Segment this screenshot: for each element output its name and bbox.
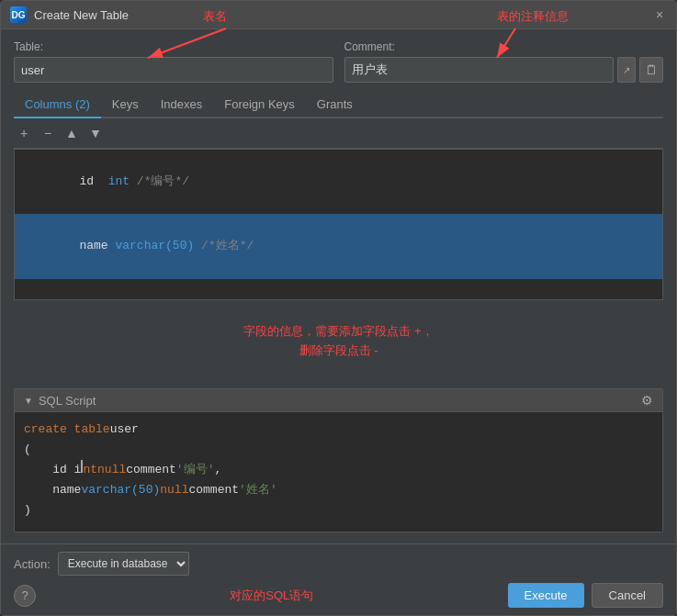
table-name-group: Table:: [14, 40, 333, 83]
footer-buttons: ? 对应的SQL语句 Execute Cancel: [14, 583, 663, 608]
execute-button[interactable]: Execute: [508, 583, 584, 608]
app-icon: DG: [10, 6, 27, 23]
sql-section: ▼ SQL Script ⚙ create table user ( id in…: [14, 388, 663, 532]
columns-table[interactable]: id int /*编号*/ name varchar(50) /*姓名*/: [14, 149, 663, 300]
move-up-button[interactable]: ▲: [62, 123, 82, 143]
dialog-titlebar: DG Create New Table ×: [1, 1, 676, 29]
sql-header-label: SQL Script: [39, 394, 96, 408]
sql-line: ): [24, 500, 653, 521]
tab-columns[interactable]: Columns (2): [14, 92, 101, 118]
comment-input[interactable]: [344, 57, 615, 83]
tab-indexes[interactable]: Indexes: [150, 92, 214, 118]
sql-header: ▼ SQL Script ⚙: [15, 389, 662, 412]
columns-toolbar: + − ▲ ▼: [14, 118, 663, 149]
tab-keys[interactable]: Keys: [101, 92, 150, 118]
table-row[interactable]: name varchar(50) /*姓名*/: [15, 214, 662, 278]
titlebar-left: DG Create New Table: [10, 6, 129, 23]
btn-group: Execute Cancel: [508, 583, 663, 608]
form-row: Table: Comment: ↗ 🗒: [14, 40, 663, 83]
sql-annotation: 对应的SQL语句: [230, 588, 313, 604]
dialog-footer: Action: Execute in database Save to file…: [1, 543, 676, 615]
dialog-title: Create New Table: [34, 8, 129, 22]
sql-line: id int null comment '编号',: [24, 460, 653, 480]
action-label: Action:: [14, 557, 51, 571]
sql-line: (: [24, 440, 653, 460]
sql-header-left: ▼ SQL Script: [24, 394, 96, 408]
sql-body: create table user ( id int null comment …: [15, 412, 662, 532]
comment-group: Comment: ↗ 🗒: [344, 40, 664, 83]
sql-gear-icon[interactable]: ⚙: [641, 393, 653, 408]
comment-label: Comment:: [344, 40, 664, 53]
comment-row: ↗ 🗒: [344, 57, 664, 83]
tabs-bar: Columns (2) Keys Indexes Foreign Keys Gr…: [14, 92, 663, 118]
tab-grants[interactable]: Grants: [306, 92, 364, 118]
table-row[interactable]: id int /*编号*/: [15, 150, 662, 214]
action-select[interactable]: Execute in database Save to file Copy to…: [58, 552, 189, 576]
create-table-dialog: DG Create New Table × Table: Comment: ↗ …: [0, 0, 677, 616]
move-down-button[interactable]: ▼: [85, 123, 106, 143]
sql-toggle-icon[interactable]: ▼: [24, 396, 33, 406]
add-column-button[interactable]: +: [14, 123, 34, 143]
action-row: Action: Execute in database Save to file…: [14, 552, 663, 576]
annotation-area: 字段的信息，需要添加字段点击 +，删除字段点击 -: [14, 300, 663, 383]
cancel-button[interactable]: Cancel: [592, 583, 663, 608]
help-button[interactable]: ?: [14, 585, 36, 607]
sql-line: create table user: [24, 420, 653, 440]
remove-column-button[interactable]: −: [38, 123, 58, 143]
dialog-body: Table: Comment: ↗ 🗒 Columns (2) Keys: [1, 29, 676, 543]
field-annotation: 字段的信息，需要添加字段点击 +，删除字段点击 -: [243, 322, 433, 361]
table-label: Table:: [14, 40, 333, 53]
sql-line: name varchar(50) null comment '姓名': [24, 480, 653, 500]
close-button[interactable]: ×: [652, 7, 667, 22]
comment-note-button[interactable]: 🗒: [639, 57, 663, 83]
comment-expand-button[interactable]: ↗: [617, 57, 636, 83]
tab-foreign-keys[interactable]: Foreign Keys: [213, 92, 306, 118]
table-name-input[interactable]: [14, 57, 333, 83]
